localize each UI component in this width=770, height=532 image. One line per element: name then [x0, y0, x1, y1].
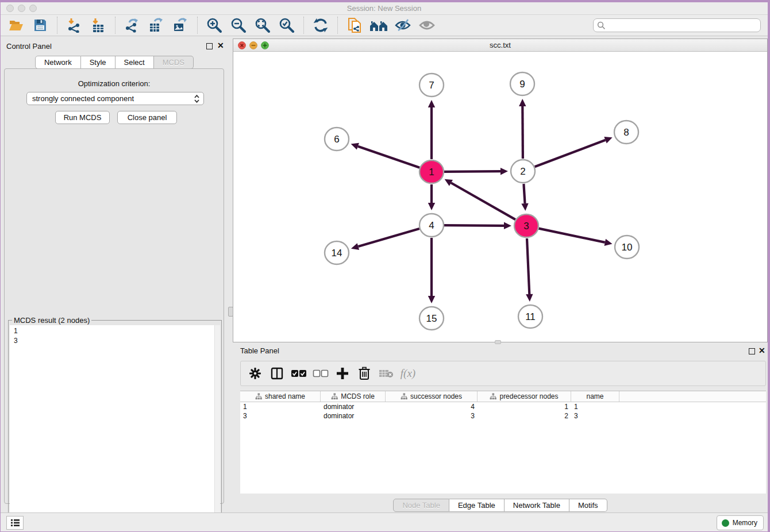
tab-network-table[interactable]: Network Table — [505, 499, 569, 512]
divider-grip[interactable] — [495, 340, 501, 344]
open-session-icon[interactable] — [6, 16, 26, 34]
delete-column-icon[interactable] — [356, 365, 373, 382]
tab-node-table[interactable]: Node Table — [393, 499, 449, 512]
export-table-icon[interactable] — [147, 16, 166, 34]
graph-node-14[interactable]: 14 — [325, 241, 349, 264]
graph-node-9[interactable]: 9 — [510, 72, 534, 95]
table-cell: 3 — [571, 411, 619, 421]
search-field[interactable] — [593, 18, 761, 32]
search-input[interactable] — [608, 20, 760, 30]
tab-motifs[interactable]: Motifs — [569, 499, 607, 512]
mcds-result-list[interactable]: 13 — [10, 325, 220, 532]
task-history-button[interactable] — [6, 516, 24, 530]
table-options-gear-icon[interactable] — [247, 365, 264, 382]
window-title: Session: New Session — [1, 4, 768, 13]
deselect-all-icon[interactable] — [312, 365, 329, 382]
float-panel-icon[interactable] — [749, 348, 755, 354]
show-all-nodes-icon[interactable] — [369, 16, 388, 34]
control-panel: Control Panel ✕ NetworkStyleSelectMCDS O… — [1, 37, 228, 512]
network-view-window: scc.txt 7968124314101511 — [233, 38, 768, 342]
graph-node-1[interactable]: 1 — [419, 160, 444, 183]
first-neighbors-icon[interactable] — [311, 16, 330, 34]
zoom-in-icon[interactable] — [205, 16, 224, 34]
svg-text:9: 9 — [519, 79, 525, 90]
tab-select[interactable]: Select — [116, 56, 154, 69]
graph-node-3[interactable]: 3 — [514, 214, 538, 237]
svg-text:4: 4 — [429, 220, 434, 231]
table-row[interactable]: 3dominator323 — [240, 411, 766, 421]
close-panel-button[interactable]: Close panel — [117, 111, 177, 124]
delete-table-icon[interactable] — [378, 365, 395, 382]
mcds-result-line: 1 — [14, 326, 220, 336]
tab-mcds[interactable]: MCDS — [154, 56, 194, 69]
save-session-icon[interactable] — [30, 16, 50, 34]
zoom-selected-icon[interactable] — [277, 16, 297, 34]
table-cell: dominator — [321, 411, 386, 421]
graph-node-11[interactable]: 11 — [518, 305, 542, 328]
graph-edge-3-11 — [527, 238, 529, 294]
criterion-value: strongly connected component — [32, 94, 134, 103]
show-hidden-icon[interactable] — [417, 16, 437, 34]
table-toolbar: f(x) — [240, 361, 766, 386]
export-network-icon[interactable] — [122, 16, 142, 34]
graph-node-8[interactable]: 8 — [614, 121, 638, 144]
toolbar-separator — [337, 17, 338, 34]
export-image-icon[interactable] — [171, 16, 190, 34]
tab-edge-table[interactable]: Edge Table — [449, 499, 505, 512]
function-builder-icon[interactable]: f(x) — [399, 365, 417, 382]
divider-grip[interactable] — [228, 307, 233, 317]
mcds-result-line: 3 — [14, 336, 220, 346]
column-header-MCDS-role[interactable]: MCDS role — [321, 391, 386, 402]
svg-text:14: 14 — [332, 248, 342, 259]
optimization-criterion-label: Optimization criterion: — [5, 79, 224, 88]
table-cell: 1 — [571, 402, 619, 411]
network-window-title: scc.txt — [233, 41, 767, 49]
status-bar: Memory — [1, 512, 768, 531]
svg-text:15: 15 — [426, 313, 437, 324]
graph-node-10[interactable]: 10 — [615, 236, 639, 259]
criterion-select[interactable]: strongly connected component — [26, 92, 204, 105]
graph-node-2[interactable]: 2 — [511, 160, 535, 183]
graph-node-7[interactable]: 7 — [419, 74, 444, 97]
run-mcds-button[interactable]: Run MCDS — [55, 111, 110, 124]
hide-selected-icon[interactable] — [393, 16, 413, 34]
svg-text:8: 8 — [623, 127, 629, 138]
table-cell: 3 — [240, 411, 321, 421]
table-row[interactable]: 1dominator411 — [240, 402, 766, 411]
graph-node-15[interactable]: 15 — [419, 307, 444, 330]
toolbar-separator — [115, 17, 116, 34]
column-header-name[interactable]: name — [571, 391, 619, 402]
column-header-successor-nodes[interactable]: successor nodes — [386, 391, 478, 402]
column-header-predecessor-nodes[interactable]: predecessor nodes — [478, 391, 571, 402]
close-panel-icon[interactable]: ✕ — [759, 346, 765, 355]
toggle-panes-icon[interactable] — [268, 365, 286, 382]
tab-style[interactable]: Style — [81, 56, 116, 69]
fit-content-icon[interactable] — [253, 16, 272, 34]
workspace: Control Panel ✕ NetworkStyleSelectMCDS O… — [1, 37, 768, 512]
select-stepper-icon — [194, 94, 200, 107]
memory-status-icon — [722, 519, 729, 527]
clone-network-icon[interactable] — [345, 16, 364, 34]
table-panel: Table Panel ✕ — [233, 344, 768, 512]
import-table-icon[interactable] — [88, 16, 108, 34]
network-canvas[interactable]: 7968124314101511 — [233, 52, 767, 342]
toolbar-separator — [303, 17, 304, 34]
select-all-icon[interactable] — [290, 365, 307, 382]
main-toolbar — [1, 15, 768, 36]
add-column-icon[interactable] — [334, 365, 351, 382]
close-panel-icon[interactable]: ✕ — [217, 41, 224, 50]
result-scrollbar[interactable] — [214, 325, 220, 532]
memory-button[interactable]: Memory — [717, 515, 764, 530]
toolbar-separator — [57, 17, 57, 34]
import-network-icon[interactable] — [64, 16, 84, 34]
tab-network[interactable]: Network — [35, 56, 81, 69]
column-header-shared-name[interactable]: shared name — [240, 391, 321, 402]
zoom-out-icon[interactable] — [229, 16, 248, 34]
graph-node-4[interactable]: 4 — [419, 214, 444, 237]
graph-node-6[interactable]: 6 — [325, 128, 349, 151]
table-cell: 2 — [478, 411, 571, 421]
svg-text:10: 10 — [622, 242, 633, 253]
list-icon — [10, 519, 20, 527]
graph-edge-2-9 — [522, 106, 523, 159]
float-panel-icon[interactable] — [206, 43, 213, 49]
